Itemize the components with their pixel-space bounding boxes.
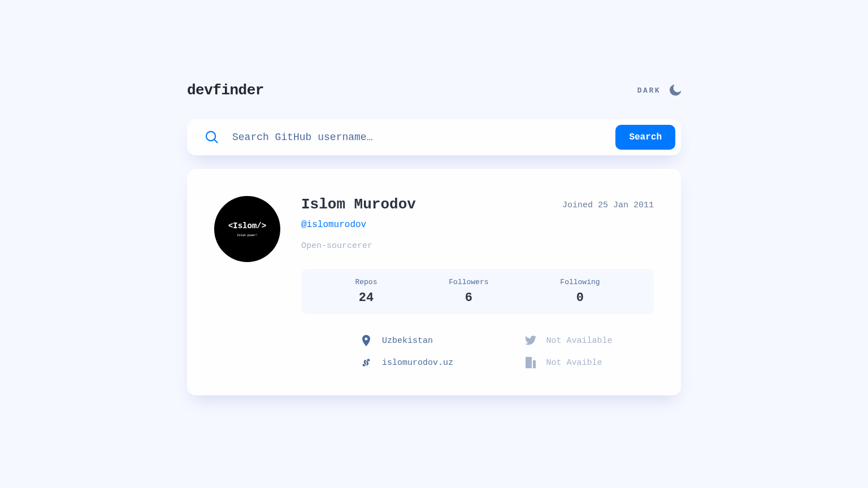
stat-repos-label: Repos: [355, 278, 377, 286]
stat-repos: Repos 24: [355, 278, 377, 305]
stat-repos-value: 24: [355, 291, 377, 305]
header: devfinder DARK: [187, 82, 681, 99]
join-date: Joined 25 Jan 2011: [562, 201, 654, 210]
avatar-text: <Islom/>: [228, 221, 266, 230]
link-company: Not Avaible: [525, 357, 654, 368]
website-text: islomurodov.uz: [382, 358, 453, 368]
profile-username[interactable]: @islomurodov: [301, 220, 654, 230]
svg-point-0: [206, 132, 215, 141]
stat-followers-label: Followers: [449, 278, 488, 286]
company-text: Not Avaible: [546, 358, 602, 368]
search-button[interactable]: Search: [615, 125, 675, 150]
search-input[interactable]: [232, 132, 602, 143]
link-icon: [361, 357, 372, 368]
links-grid: Uzbekistan Not Available islomurodov.uz: [301, 335, 654, 368]
profile-name: Islom Murodov: [301, 196, 416, 213]
main-container: devfinder DARK Search <Islom/> Islom pow…: [187, 82, 681, 488]
profile-info: Islom Murodov Joined 25 Jan 2011 @islomu…: [301, 196, 654, 368]
svg-line-1: [214, 140, 218, 143]
link-location: Uzbekistan: [361, 335, 490, 346]
search-bar: Search: [187, 119, 681, 155]
logo: devfinder: [187, 82, 264, 99]
stat-following-label: Following: [560, 278, 600, 286]
location-text: Uzbekistan: [382, 336, 433, 346]
stat-following-value: 0: [560, 291, 600, 305]
moon-icon: [670, 85, 681, 96]
profile-card: <Islom/> Islom power! Islom Murodov Join…: [187, 169, 681, 395]
search-icon: [205, 130, 219, 144]
profile-header: Islom Murodov Joined 25 Jan 2011: [301, 196, 654, 213]
twitter-text: Not Available: [546, 336, 613, 346]
twitter-icon: [525, 335, 536, 346]
profile-bio: Open-sourcerer: [301, 241, 654, 251]
theme-toggle[interactable]: DARK: [637, 85, 681, 96]
location-icon: [361, 335, 372, 346]
theme-label: DARK: [637, 86, 661, 95]
stats-box: Repos 24 Followers 6 Following 0: [301, 269, 654, 314]
building-icon: [525, 357, 536, 368]
avatar: <Islom/> Islom power!: [214, 196, 280, 262]
link-twitter: Not Available: [525, 335, 654, 346]
stat-followers: Followers 6: [449, 278, 488, 305]
avatar-subtext: Islom power!: [237, 234, 257, 237]
stat-followers-value: 6: [449, 291, 488, 305]
stat-following: Following 0: [560, 278, 600, 305]
link-website[interactable]: islomurodov.uz: [361, 357, 490, 368]
